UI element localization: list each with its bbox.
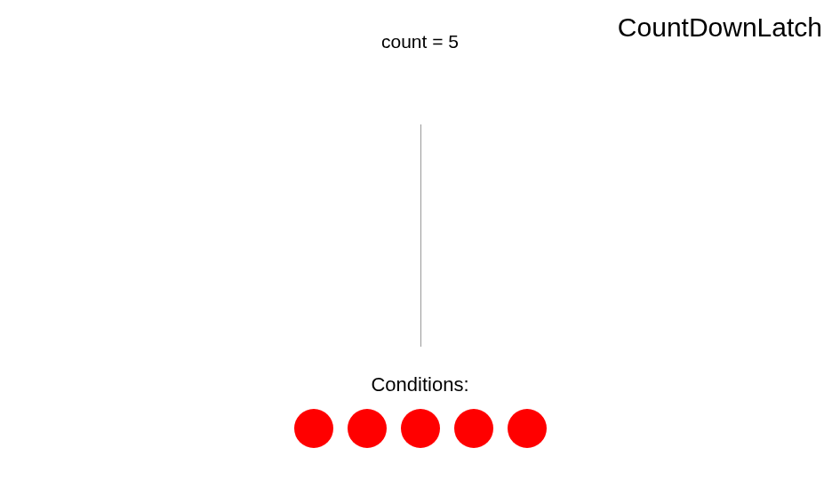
condition-dot [348,409,387,448]
page-title: CountDownLatch [618,12,822,43]
condition-dot [294,409,333,448]
conditions-label: Conditions: [371,373,468,396]
vertical-divider [420,124,421,347]
condition-dot [454,409,493,448]
conditions-dots-row [294,409,547,448]
condition-dot [508,409,547,448]
count-label: count = 5 [381,31,459,52]
condition-dot [401,409,440,448]
